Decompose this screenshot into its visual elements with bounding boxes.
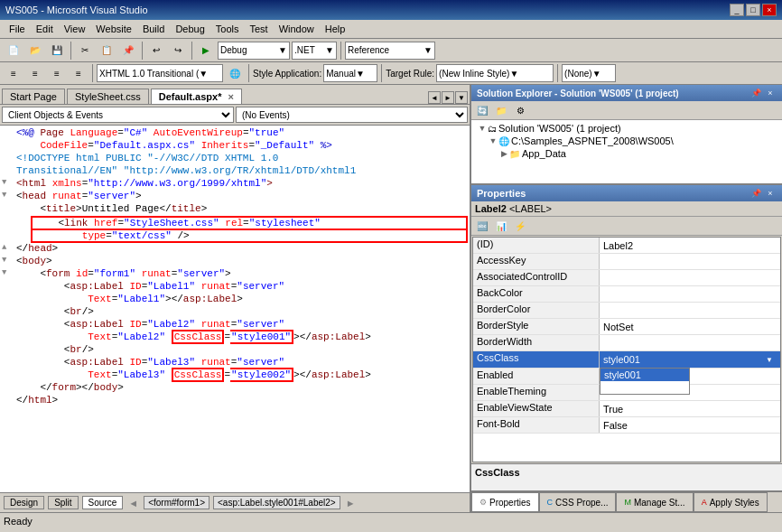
menu-test[interactable]: Test <box>244 22 273 36</box>
manage-styles-tab-button[interactable]: M Manage St... <box>616 492 693 512</box>
sort-category-btn[interactable]: 📊 <box>492 218 510 234</box>
tab-prev-button[interactable]: ◄ <box>428 91 441 104</box>
tab-close-icon[interactable]: × <box>228 91 234 102</box>
props-pin-button[interactable]: 📌 <box>749 187 762 200</box>
target-rule-dropdown[interactable]: (New Inline Style) ▼ <box>436 64 554 82</box>
app-title: WS005 - Microsoft Visual Studio <box>5 5 148 15</box>
save-button[interactable]: 💾 <box>47 42 67 60</box>
properties-tab-button[interactable]: ⚙ Properties <box>471 492 539 512</box>
cssclass-dropdown-button[interactable]: ▼ <box>762 352 777 367</box>
prop-bordercolor-value[interactable] <box>600 303 780 318</box>
sol-props-btn[interactable]: ⚙ <box>511 102 529 118</box>
prop-accesskey-name: AccessKey <box>473 254 600 269</box>
sol-show-all-btn[interactable]: 📁 <box>492 102 510 118</box>
prop-assoc-value[interactable] <box>600 270 780 285</box>
tab-startpage[interactable]: Start Page <box>2 89 65 104</box>
prop-enableviewstate-value[interactable]: True <box>600 401 780 416</box>
prop-fontbold-name: Font-Bold <box>473 417 600 433</box>
dd-style001-option[interactable]: style001 <box>600 369 689 381</box>
schema-dropdown[interactable]: XHTML 1.0 Transitional ( ▼ <box>97 64 223 82</box>
tb2-btn3[interactable]: ≡ <box>47 64 67 82</box>
net-dropdown[interactable]: .NET ▼ <box>292 42 337 60</box>
code-editor[interactable]: <%@ Page Language="C#" AutoEventWireup="… <box>0 126 470 492</box>
sort-alpha-btn[interactable]: 🔤 <box>473 218 491 234</box>
close-button[interactable]: × <box>762 4 777 16</box>
objects-dropdown[interactable]: Client Objects & Events <box>2 107 234 123</box>
reference-dropdown[interactable]: Reference ▼ <box>345 42 435 60</box>
none-dropdown[interactable]: (None) ▼ <box>562 64 616 82</box>
paste-button[interactable]: 📌 <box>118 42 138 60</box>
prop-borderwidth-value[interactable] <box>600 335 780 350</box>
menu-help[interactable]: Help <box>320 22 351 36</box>
prop-row-borderwidth: BorderWidth <box>473 335 780 351</box>
run-button[interactable]: ▶ <box>196 42 216 60</box>
menu-website[interactable]: Website <box>90 22 137 36</box>
menu-bar: File Edit View Website Build Debug Tools… <box>0 20 782 39</box>
undo-button[interactable]: ↩ <box>146 42 166 60</box>
minimize-button[interactable]: _ <box>730 4 744 16</box>
line-icon-12: ▼ <box>2 268 16 277</box>
breadcrumb-label[interactable]: <asp:Label.style001#Label2> <box>213 496 340 509</box>
copy-button[interactable]: 📋 <box>97 42 116 60</box>
props-view-btn[interactable]: ⚡ <box>511 218 529 234</box>
new-file-button[interactable]: 📄 <box>4 42 23 60</box>
maximize-button[interactable]: □ <box>746 4 760 16</box>
style-app-dropdown[interactable]: Manual ▼ <box>323 64 377 82</box>
sep6 <box>248 64 249 82</box>
open-button[interactable]: 📂 <box>25 42 45 60</box>
project-item[interactable]: ▼ 🌐 C:\Samples_ASPNET_2008\WS005\ <box>473 135 780 147</box>
apply-styles-tab-button[interactable]: A Apply Styles <box>694 492 768 512</box>
menu-build[interactable]: Build <box>137 22 170 36</box>
debug-dropdown[interactable]: Debug ▼ <box>218 42 290 60</box>
css-props-tab-icon: C <box>547 498 554 507</box>
solution-explorer: Solution Explorer - Solution 'WS005' (1 … <box>471 85 782 185</box>
events-dropdown[interactable]: (No Events) <box>236 107 468 123</box>
prop-fontbold-value[interactable]: False <box>600 417 780 433</box>
tab-stylesheet[interactable]: StyleSheet.css <box>67 89 149 104</box>
tb2-btn4[interactable]: ≡ <box>69 64 88 82</box>
breadcrumb-form[interactable]: <form#form1> <box>144 496 209 509</box>
line-icon-6: ▼ <box>2 191 16 200</box>
sep2 <box>142 42 143 60</box>
prop-row-accesskey: AccessKey <box>473 254 780 270</box>
menu-file[interactable]: File <box>4 22 31 36</box>
solution-pin-button[interactable]: 📌 <box>749 87 762 99</box>
menu-window[interactable]: Window <box>274 22 320 36</box>
css-props-tab-button[interactable]: C CSS Prope... <box>539 492 617 512</box>
code-line-8: <link href="StyleSheet.css" rel="stylesh… <box>16 216 468 230</box>
cut-button[interactable]: ✂ <box>75 42 95 60</box>
source-tab[interactable]: Source <box>82 496 124 509</box>
prop-accesskey-value[interactable] <box>600 254 780 269</box>
dd-style002-option[interactable]: style002 <box>600 381 689 394</box>
prop-cssclass-value[interactable]: style001 ▼ style001 style002 <box>600 351 780 368</box>
sep8 <box>557 64 558 82</box>
sol-refresh-btn[interactable]: 🔄 <box>473 102 491 118</box>
solution-root-item[interactable]: ▼ 🗂 Solution 'WS005' (1 project) <box>473 122 780 135</box>
code-line-12: ▼ <form id="form1" runat="server"> <box>2 268 468 281</box>
tb2-btn2[interactable]: ≡ <box>25 64 45 82</box>
design-tab[interactable]: Design <box>4 496 44 509</box>
menu-debug[interactable]: Debug <box>170 22 209 36</box>
props-close-button[interactable]: × <box>764 187 777 200</box>
tab-defaultaspx[interactable]: Default.aspx* × <box>151 89 242 104</box>
prop-id-value[interactable]: Label2 <box>600 238 780 253</box>
globe-btn[interactable]: 🌐 <box>225 64 245 82</box>
project-toggle[interactable]: ▼ <box>488 136 498 145</box>
appdata-item[interactable]: ▶ 📁 App_Data <box>473 147 780 160</box>
tb2-btn1[interactable]: ≡ <box>4 64 23 82</box>
solution-close-button[interactable]: × <box>764 87 777 99</box>
appdata-toggle[interactable]: ▶ <box>498 149 509 158</box>
menu-view[interactable]: View <box>59 22 91 36</box>
code-line-20: Text="Label3" CssClass="style002"></asp:… <box>2 369 468 382</box>
menu-edit[interactable]: Edit <box>31 22 59 36</box>
menu-tools[interactable]: Tools <box>210 22 245 36</box>
tab-next-button[interactable]: ► <box>442 91 454 104</box>
solution-toggle[interactable]: ▼ <box>477 124 488 133</box>
prop-borderstyle-value[interactable]: NotSet <box>600 319 780 334</box>
redo-button[interactable]: ↪ <box>168 42 188 60</box>
sep3 <box>191 42 192 60</box>
split-tab[interactable]: Split <box>48 496 78 509</box>
tab-list-button[interactable]: ▼ <box>455 91 468 104</box>
prop-row-cssclass[interactable]: CssClass style001 ▼ style001 style002 <box>473 351 780 369</box>
prop-backcolor-value[interactable] <box>600 286 780 302</box>
